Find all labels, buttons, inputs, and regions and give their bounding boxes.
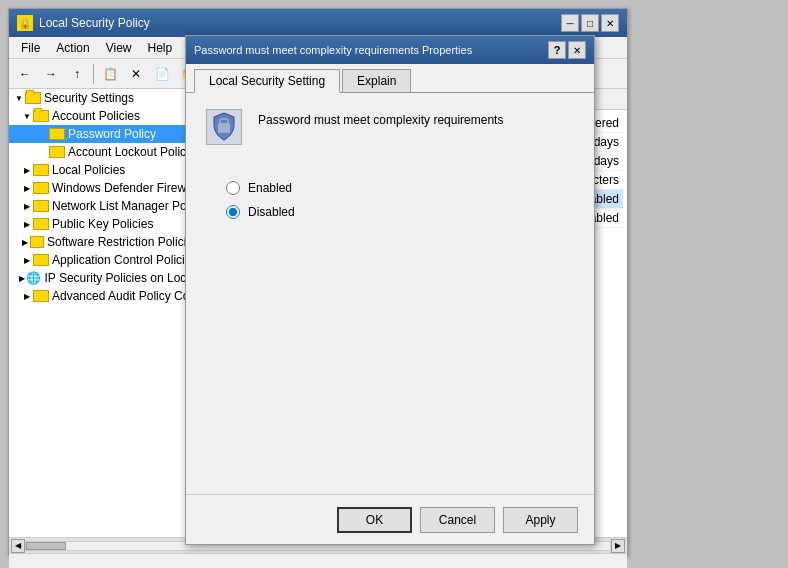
cancel-button[interactable]: Cancel (420, 507, 495, 533)
svg-rect-1 (220, 119, 228, 125)
dialog-tabs: Local Security Setting Explain (186, 64, 594, 93)
maximize-button[interactable]: □ (581, 14, 599, 32)
tree-label-local-policies: Local Policies (52, 163, 125, 177)
apply-button[interactable]: Apply (503, 507, 578, 533)
ip-icon: 🌐 (26, 271, 41, 285)
dialog-icon-row: Password must meet complexity requiremen… (206, 109, 574, 145)
minimize-button[interactable]: ─ (561, 14, 579, 32)
radio-disabled-label: Disabled (248, 205, 295, 219)
folder-icon-password-policy (49, 128, 65, 140)
tree-item-windows-defender[interactable]: ▶ Windows Defender Firewa... (9, 179, 203, 197)
forward-button[interactable]: → (39, 62, 63, 86)
tree-arrow-account-lockout[interactable] (37, 146, 49, 158)
radio-enabled-input[interactable] (226, 181, 240, 195)
tree-label-software-restriction: Software Restriction Policie... (47, 235, 203, 249)
tree-label-public-key: Public Key Policies (52, 217, 153, 231)
tree-item-advanced-audit[interactable]: ▶ Advanced Audit Policy Co... (9, 287, 203, 305)
tree-item-software-restriction[interactable]: ▶ Software Restriction Policie... (9, 233, 203, 251)
tree-panel: ▼ Security Settings ▼ Account Policies P… (9, 89, 204, 537)
tree-root-security-settings[interactable]: ▼ Security Settings (9, 89, 203, 107)
tree-arrow-local-policies[interactable]: ▶ (21, 164, 33, 176)
tree-item-app-control[interactable]: ▶ Application Control Policie... (9, 251, 203, 269)
dialog-description: Password must meet complexity requiremen… (258, 109, 574, 127)
folder-icon-account-lockout (49, 146, 65, 158)
tree-arrow-network-list[interactable]: ▶ (21, 200, 33, 212)
tree-label-account-lockout: Account Lockout Polic... (68, 145, 196, 159)
radio-disabled[interactable]: Disabled (226, 205, 554, 219)
close-button[interactable]: ✕ (601, 14, 619, 32)
tab-explain[interactable]: Explain (342, 69, 411, 93)
tree-item-account-policies[interactable]: ▼ Account Policies (9, 107, 203, 125)
folder-icon-network-list (33, 200, 49, 212)
folder-icon-app-control (33, 254, 49, 266)
tree-item-ip-security[interactable]: ▶ 🌐 IP Security Policies on Loca... (9, 269, 203, 287)
properties-button[interactable]: 📄 (150, 62, 174, 86)
tree-arrow-public-key[interactable]: ▶ (21, 218, 33, 230)
dialog-footer: OK Cancel Apply (186, 494, 594, 544)
title-bar-left: 🔒 Local Security Policy (17, 15, 150, 31)
menu-file[interactable]: File (13, 39, 48, 57)
folder-icon-account-policies (33, 110, 49, 122)
tree-label-windows-defender: Windows Defender Firewa... (52, 181, 203, 195)
menu-view[interactable]: View (98, 39, 140, 57)
dialog-body: Password must meet complexity requiremen… (186, 93, 594, 251)
tree-arrow-password-policy[interactable] (37, 128, 49, 140)
tree-arrow-account-policies[interactable]: ▼ (21, 110, 33, 122)
folder-icon-advanced-audit (33, 290, 49, 302)
folder-icon-windows-defender (33, 182, 49, 194)
tree-arrow-software-restriction[interactable]: ▶ (19, 236, 29, 248)
folder-icon-public-key (33, 218, 49, 230)
dialog-title-buttons: ? ✕ (548, 41, 586, 59)
tree-arrow-root[interactable]: ▼ (13, 92, 25, 104)
status-bar (9, 553, 627, 568)
app-icon: 🔒 (17, 15, 33, 31)
scroll-right-button[interactable]: ▶ (611, 539, 625, 553)
dialog-close-button[interactable]: ✕ (568, 41, 586, 59)
radio-enabled-label: Enabled (248, 181, 292, 195)
tab-local-security-setting[interactable]: Local Security Setting (194, 69, 340, 93)
tree-label-network-list: Network List Manager Poli... (52, 199, 202, 213)
tree-arrow-windows-defender[interactable]: ▶ (21, 182, 33, 194)
menu-action[interactable]: Action (48, 39, 97, 57)
tree-label-security-settings: Security Settings (44, 91, 134, 105)
dialog-help-button[interactable]: ? (548, 41, 566, 59)
dialog-title-text: Password must meet complexity requiremen… (194, 44, 472, 56)
tree-label-password-policy: Password Policy (68, 127, 156, 141)
dialog-title-bar: Password must meet complexity requiremen… (186, 36, 594, 64)
tree-label-ip-security: IP Security Policies on Loca... (44, 271, 203, 285)
dialog-shield-icon (206, 109, 242, 145)
scroll-left-button[interactable]: ◀ (11, 539, 25, 553)
ok-button[interactable]: OK (337, 507, 412, 533)
radio-disabled-input[interactable] (226, 205, 240, 219)
tree-label-account-policies: Account Policies (52, 109, 140, 123)
tree-item-account-lockout[interactable]: Account Lockout Polic... (9, 143, 203, 161)
title-bar-buttons: ─ □ ✕ (561, 14, 619, 32)
tree-label-app-control: Application Control Policie... (52, 253, 201, 267)
folder-icon-root (25, 92, 41, 104)
tree-item-public-key[interactable]: ▶ Public Key Policies (9, 215, 203, 233)
tree-item-password-policy[interactable]: Password Policy (9, 125, 203, 143)
up-button[interactable]: ↑ (65, 62, 89, 86)
back-button[interactable]: ← (13, 62, 37, 86)
main-title-bar: 🔒 Local Security Policy ─ □ ✕ (9, 9, 627, 37)
tree-arrow-advanced-audit[interactable]: ▶ (21, 290, 33, 302)
menu-help[interactable]: Help (140, 39, 181, 57)
folder-icon-software-restriction (30, 236, 44, 248)
copy-button[interactable]: 📋 (98, 62, 122, 86)
toolbar-sep-1 (93, 64, 94, 84)
main-window-title: Local Security Policy (39, 16, 150, 30)
tree-arrow-ip-security[interactable]: ▶ (18, 272, 27, 284)
tree-item-network-list[interactable]: ▶ Network List Manager Poli... (9, 197, 203, 215)
folder-icon-local-policies (33, 164, 49, 176)
tree-item-local-policies[interactable]: ▶ Local Policies (9, 161, 203, 179)
radio-group: Enabled Disabled (206, 165, 574, 235)
delete-button[interactable]: ✕ (124, 62, 148, 86)
properties-dialog: Password must meet complexity requiremen… (185, 35, 595, 545)
tree-arrow-app-control[interactable]: ▶ (21, 254, 33, 266)
tree-label-advanced-audit: Advanced Audit Policy Co... (52, 289, 199, 303)
scrollbar-thumb[interactable] (26, 542, 66, 550)
radio-enabled[interactable]: Enabled (226, 181, 554, 195)
